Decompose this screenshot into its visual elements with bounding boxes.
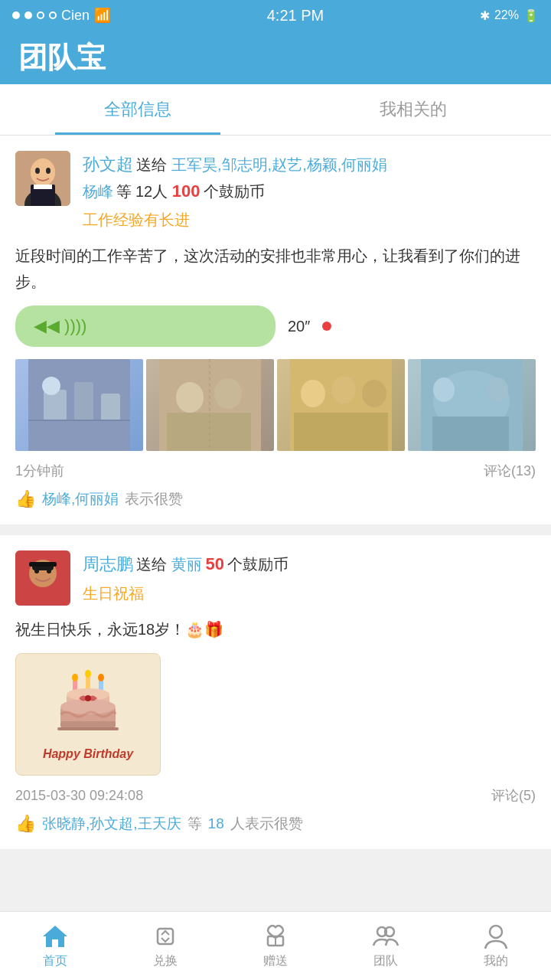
post-1-header: 孙文超 送给 王军昊,邹志明,赵艺,杨颖,何丽娟 杨峰 等 12人 100 个鼓… bbox=[15, 151, 536, 232]
post-2-meta: 周志鹏 送给 黄丽 50 个鼓励币 生日祝福 bbox=[83, 550, 536, 606]
give-icon bbox=[262, 923, 289, 950]
post-2-time: 2015-03-30 09:24:08 bbox=[15, 788, 143, 804]
svg-point-20 bbox=[301, 380, 325, 407]
feed-container: 孙文超 送给 王军昊,邹志明,赵艺,杨颖,何丽娟 杨峰 等 12人 100 个鼓… bbox=[0, 136, 551, 849]
photo-1[interactable] bbox=[15, 359, 143, 451]
svg-rect-49 bbox=[60, 721, 116, 727]
post-1-recipients2[interactable]: 杨峰 bbox=[83, 183, 113, 200]
svg-point-12 bbox=[42, 377, 60, 395]
post-2-footer: 2015-03-30 09:24:08 评论(5) bbox=[15, 786, 536, 805]
status-right: ✱ 22% 🔋 bbox=[480, 8, 539, 23]
birthday-card: Happy Birthday bbox=[15, 653, 161, 776]
svg-point-22 bbox=[362, 380, 386, 407]
post-2-comments[interactable]: 评论(5) bbox=[491, 786, 536, 805]
post-2-like-text: 人表示很赞 bbox=[230, 814, 303, 834]
post-1-count: 12人 bbox=[135, 183, 172, 200]
post-1-extra: 等 bbox=[116, 183, 132, 200]
post-1-like-names: 杨峰,何丽娟 bbox=[42, 489, 119, 509]
home-icon bbox=[41, 923, 69, 950]
nav-me-label: 我的 bbox=[484, 953, 508, 969]
status-left: Cien 📶 bbox=[12, 7, 111, 24]
signal-dot-1 bbox=[12, 11, 20, 19]
post-1-like-text: 表示很赞 bbox=[125, 489, 183, 509]
nav-home[interactable]: 首页 bbox=[0, 912, 110, 980]
svg-point-4 bbox=[35, 168, 40, 174]
photo-3[interactable] bbox=[277, 359, 405, 451]
svg-rect-9 bbox=[44, 390, 67, 420]
svg-rect-35 bbox=[29, 562, 57, 567]
post-2-header: 周志鹏 送给 黄丽 50 个鼓励币 生日祝福 bbox=[15, 550, 536, 606]
status-time: 4:21 PM bbox=[267, 7, 324, 24]
post-1-recipients[interactable]: 王军昊,邹志明,赵艺,杨颖,何丽娟 bbox=[171, 156, 387, 173]
nav-home-label: 首页 bbox=[43, 953, 67, 969]
post-1-time: 1分钟前 bbox=[15, 462, 64, 480]
birthday-card-text: Happy Birthday bbox=[43, 747, 133, 761]
status-bar: Cien 📶 4:21 PM ✱ 22% 🔋 bbox=[0, 0, 551, 31]
post-2-content: 祝生日快乐，永远18岁！🎂🎁 bbox=[15, 616, 536, 642]
battery-icon: 🔋 bbox=[523, 8, 539, 23]
audio-bar[interactable]: ◀◀ )))) bbox=[15, 305, 276, 347]
avatar-zhouzhipeng bbox=[15, 550, 70, 606]
nav-exchange[interactable]: 兑换 bbox=[110, 912, 220, 980]
svg-point-16 bbox=[214, 378, 242, 409]
post-2-recipients[interactable]: 黄丽 bbox=[171, 556, 202, 573]
tab-all-info[interactable]: 全部信息 bbox=[0, 84, 276, 135]
signal-dot-3 bbox=[37, 11, 44, 19]
audio-wave-icon: ◀◀ )))) bbox=[34, 316, 86, 336]
post-2-send-line: 周志鹏 送给 黄丽 50 个鼓励币 bbox=[83, 550, 536, 577]
svg-rect-28 bbox=[432, 416, 509, 451]
post-2-coins: 50 bbox=[205, 554, 223, 573]
app-title: 团队宝 bbox=[18, 38, 106, 77]
post-1-content: 近段时间的工作辛苦了，这次活动的安排也非常用心，让我看到了你们的进步。 bbox=[15, 243, 536, 295]
svg-marker-51 bbox=[43, 926, 67, 947]
svg-rect-50 bbox=[57, 727, 119, 730]
photo-grid bbox=[15, 359, 536, 451]
like-icon-1[interactable]: 👍 bbox=[15, 489, 36, 509]
audio-player[interactable]: ◀◀ )))) 20″ bbox=[15, 305, 536, 347]
post-2-category: 生日祝福 bbox=[83, 581, 536, 606]
post-1-meta: 孙文超 送给 王军昊,邹志明,赵艺,杨颖,何丽娟 杨峰 等 12人 100 个鼓… bbox=[83, 151, 536, 232]
post-2-like-names: 张晓静,孙文超,王天庆 bbox=[42, 814, 181, 834]
svg-point-26 bbox=[433, 377, 455, 402]
svg-point-21 bbox=[331, 376, 356, 403]
post-2-sender[interactable]: 周志鹏 bbox=[83, 554, 133, 573]
post-1: 孙文超 送给 王军昊,邹志明,赵艺,杨颖,何丽娟 杨峰 等 12人 100 个鼓… bbox=[0, 136, 551, 524]
nav-give[interactable]: 赠送 bbox=[220, 912, 331, 980]
nav-team[interactable]: 团队 bbox=[331, 912, 441, 980]
photo-4[interactable] bbox=[408, 359, 536, 451]
team-icon bbox=[372, 923, 399, 950]
tab-bar: 全部信息 我相关的 bbox=[0, 84, 551, 136]
exchange-icon bbox=[152, 923, 179, 950]
post-1-category: 工作经验有长进 bbox=[83, 207, 536, 232]
post-1-comments[interactable]: 评论(13) bbox=[484, 462, 536, 480]
carrier-label: Cien bbox=[61, 8, 90, 24]
svg-rect-11 bbox=[101, 394, 120, 420]
post-2: 周志鹏 送给 黄丽 50 个鼓励币 生日祝福 祝生日快乐，永远18岁！🎂🎁 bbox=[0, 535, 551, 849]
photo-2[interactable] bbox=[146, 359, 274, 451]
post-1-verb: 送给 bbox=[136, 156, 171, 173]
svg-point-27 bbox=[487, 377, 508, 402]
nav-exchange-label: 兑换 bbox=[153, 953, 178, 969]
nav-team-label: 团队 bbox=[373, 953, 398, 969]
nav-me[interactable]: 我的 bbox=[441, 912, 551, 980]
svg-point-15 bbox=[176, 382, 204, 413]
svg-point-41 bbox=[98, 674, 104, 681]
audio-recording-dot bbox=[322, 322, 331, 331]
audio-duration: 20″ bbox=[288, 318, 310, 335]
svg-point-48 bbox=[85, 695, 91, 701]
post-2-verb: 送给 bbox=[136, 556, 171, 573]
svg-point-40 bbox=[85, 670, 91, 678]
like-icon-2[interactable]: 👍 bbox=[15, 814, 36, 834]
svg-point-39 bbox=[72, 674, 78, 681]
post-1-footer: 1分钟前 评论(13) bbox=[15, 462, 536, 480]
post-1-send-line2: 杨峰 等 12人 100 个鼓励币 bbox=[83, 178, 536, 204]
nav-give-label: 赠送 bbox=[263, 953, 288, 969]
svg-rect-10 bbox=[74, 382, 93, 420]
bottom-nav: 首页 兑换 赠送 团队 我的 bbox=[0, 911, 551, 980]
post-1-coins: 100 bbox=[172, 181, 201, 201]
tab-my-related[interactable]: 我相关的 bbox=[276, 84, 551, 135]
birthday-cake-svg bbox=[50, 668, 126, 744]
post-1-sender[interactable]: 孙文超 bbox=[83, 155, 133, 174]
post-2-like-count: 18 bbox=[208, 815, 224, 832]
battery-label: 22% bbox=[494, 8, 519, 22]
